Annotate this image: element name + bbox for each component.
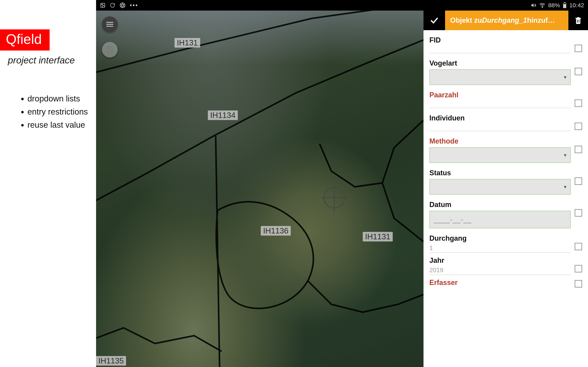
individuen-input[interactable] xyxy=(429,124,571,131)
image-icon xyxy=(100,2,105,8)
hamburger-icon xyxy=(106,21,113,27)
status-reuse-checkbox[interactable] xyxy=(575,177,582,185)
fid-input[interactable] xyxy=(429,46,571,53)
jahr-label: Jahr xyxy=(429,256,571,265)
parcel-label: IH1135 xyxy=(96,356,126,366)
svg-point-5 xyxy=(542,7,543,8)
durchgang-label: Durchgang xyxy=(429,234,571,242)
erfasser-label: Erfasser xyxy=(429,278,571,287)
chevron-down-icon: ▾ xyxy=(564,184,566,190)
vogelart-reuse-checkbox[interactable] xyxy=(575,68,582,75)
parcel-label: IH1131 xyxy=(363,232,393,242)
map-canvas[interactable]: IH131 IH1134 IH1136 IH1131 IH1135 xyxy=(96,11,424,367)
svg-point-1 xyxy=(102,4,103,5)
datum-input[interactable]: ____-__-__ xyxy=(429,211,571,228)
svg-rect-11 xyxy=(577,17,579,18)
status-label: Status xyxy=(429,169,571,177)
slide-title-badge: Qfield xyxy=(0,29,50,50)
parcel-label: IH1134 xyxy=(208,110,238,120)
parcel-label: IH1136 xyxy=(261,226,291,236)
android-status-bar: ••• 88% 10:42 xyxy=(96,0,588,11)
fid-label: FID xyxy=(429,36,571,44)
paarzahl-input[interactable] xyxy=(429,101,571,108)
svg-rect-14 xyxy=(579,20,579,23)
methode-label: Methode xyxy=(429,137,571,145)
datum-reuse-checkbox[interactable] xyxy=(575,209,582,217)
aperture-icon xyxy=(120,2,125,8)
jahr-value[interactable]: 2019 xyxy=(429,267,571,275)
svg-rect-7 xyxy=(564,2,565,3)
gps-off-icon xyxy=(106,45,114,54)
durchgang-reuse-checkbox[interactable] xyxy=(575,243,582,250)
battery-icon xyxy=(563,2,567,8)
methode-reuse-checkbox[interactable] xyxy=(575,146,582,153)
parcel-boundaries xyxy=(96,11,424,367)
tablet-device: ••• 88% 10:42 xyxy=(96,0,588,367)
chevron-down-icon: ▾ xyxy=(564,152,566,158)
feature-form-panel: Objekt zu Durchgang_1 hinzuf… FID xyxy=(424,11,588,367)
checkmark-icon xyxy=(429,16,439,25)
confirm-button[interactable] xyxy=(424,11,445,30)
gps-toggle-button[interactable] xyxy=(102,42,118,58)
durchgang-value[interactable]: 1 xyxy=(429,244,571,253)
form-title: Objekt zu Durchgang_1 hinzuf… xyxy=(445,11,568,30)
paarzahl-reuse-checkbox[interactable] xyxy=(575,100,582,107)
form-title-layer: Durchgang_1 xyxy=(482,16,527,25)
chevron-down-icon: ▾ xyxy=(564,74,566,80)
form-body[interactable]: FID Vogelart ▾ xyxy=(424,30,588,367)
form-title-prefix: Objekt zu xyxy=(450,16,482,25)
methode-dropdown[interactable]: ▾ xyxy=(429,147,571,163)
svg-rect-13 xyxy=(577,20,578,23)
individuen-label: Individuen xyxy=(429,114,571,122)
map-crosshair xyxy=(323,187,345,208)
form-header: Objekt zu Durchgang_1 hinzuf… xyxy=(424,11,588,30)
delete-button[interactable] xyxy=(568,11,588,30)
status-dropdown[interactable]: ▾ xyxy=(429,179,571,195)
vogelart-dropdown[interactable]: ▾ xyxy=(429,69,571,85)
svg-rect-0 xyxy=(101,3,105,8)
datum-label: Datum xyxy=(429,200,571,209)
paarzahl-label: Paarzahl xyxy=(429,91,571,99)
form-title-suffix: hinzuf… xyxy=(527,16,555,25)
menu-button[interactable] xyxy=(102,17,118,32)
refresh-alt-icon xyxy=(110,2,115,8)
jahr-reuse-checkbox[interactable] xyxy=(575,265,582,272)
mute-icon xyxy=(531,2,536,8)
wifi-icon xyxy=(539,2,545,8)
more-icon: ••• xyxy=(130,2,138,9)
parcel-label: IH131 xyxy=(174,38,200,48)
erfasser-reuse-checkbox[interactable] xyxy=(575,280,582,287)
svg-rect-12 xyxy=(575,18,581,19)
slide-subtitle: project interface xyxy=(8,55,75,66)
vogelart-label: Vogelart xyxy=(429,59,571,67)
battery-percent-label: 88% xyxy=(548,2,560,9)
trash-icon xyxy=(574,16,582,25)
individuen-reuse-checkbox[interactable] xyxy=(575,123,582,130)
clock-label: 10:42 xyxy=(569,2,584,9)
fid-reuse-checkbox[interactable] xyxy=(575,45,582,52)
svg-rect-8 xyxy=(563,3,566,4)
